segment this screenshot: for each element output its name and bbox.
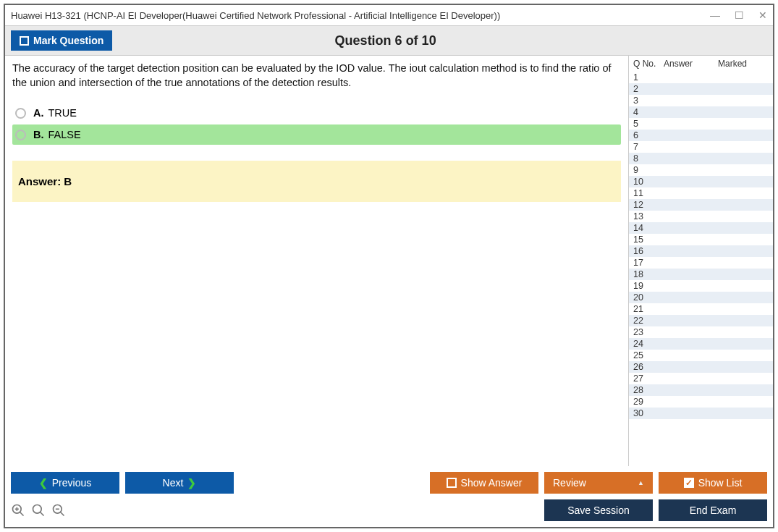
question-list-row[interactable]: 19: [629, 280, 773, 292]
question-list-row[interactable]: 13: [629, 211, 773, 222]
question-list-row[interactable]: 7: [629, 141, 773, 153]
row-answer: [664, 200, 718, 210]
question-list-row[interactable]: 14: [629, 222, 773, 234]
col-qno: Q No.: [633, 59, 664, 69]
option-letter: A.: [33, 107, 44, 119]
row-answer: [664, 385, 718, 395]
row-answer: [664, 246, 718, 256]
row-marked: [718, 165, 769, 175]
option-row[interactable]: B.FALSE: [12, 124, 621, 145]
review-button[interactable]: Review ▲: [544, 472, 653, 494]
question-list-row[interactable]: 17: [629, 257, 773, 269]
row-qno: 13: [633, 211, 664, 221]
question-list-row[interactable]: 11: [629, 187, 773, 199]
question-list-row[interactable]: 20: [629, 292, 773, 303]
row-qno: 14: [633, 223, 664, 233]
sidebar-list[interactable]: 1234567891011121314151617181920212223242…: [629, 72, 773, 466]
question-list-row[interactable]: 27: [629, 373, 773, 384]
row-answer: [664, 223, 718, 233]
row-marked: [718, 96, 769, 106]
row-answer: [664, 408, 718, 418]
question-list-row[interactable]: 8: [629, 153, 773, 164]
chevron-left-icon: ❮: [39, 477, 48, 489]
close-icon[interactable]: ✕: [758, 9, 767, 21]
question-list-row[interactable]: 22: [629, 315, 773, 326]
question-list-row[interactable]: 29: [629, 396, 773, 408]
question-list-row[interactable]: 10: [629, 176, 773, 187]
row-qno: 4: [633, 107, 664, 117]
zoom-out-icon[interactable]: [51, 503, 66, 518]
row-marked: [718, 281, 769, 291]
zoom-reset-icon[interactable]: [31, 503, 46, 518]
checkbox-icon: [447, 478, 457, 488]
row-qno: 22: [633, 316, 664, 326]
row-qno: 25: [633, 350, 664, 360]
mark-question-button[interactable]: Mark Question: [11, 30, 112, 51]
radio-icon: [15, 130, 26, 140]
row-answer: [664, 84, 718, 94]
row-marked: [718, 269, 769, 279]
row-qno: 3: [633, 96, 664, 106]
show-list-label: Show List: [698, 477, 743, 489]
row-marked: [718, 142, 769, 152]
row-marked: [718, 292, 769, 303]
question-list-row[interactable]: 18: [629, 269, 773, 280]
question-list-row[interactable]: 30: [629, 408, 773, 419]
question-list-row[interactable]: 9: [629, 164, 773, 176]
answer-box: Answer: B: [12, 161, 621, 202]
question-list-row[interactable]: 23: [629, 326, 773, 338]
option-row[interactable]: A.TRUE: [12, 103, 621, 123]
minimize-icon[interactable]: —: [710, 9, 720, 21]
option-letter: B.: [33, 129, 44, 140]
row-marked: [718, 339, 769, 349]
question-list-row[interactable]: 21: [629, 303, 773, 315]
question-list-row[interactable]: 2: [629, 83, 773, 95]
row-answer: [664, 281, 718, 291]
zoom-in-icon[interactable]: [11, 503, 25, 518]
row-marked: [718, 362, 769, 372]
question-list-row[interactable]: 6: [629, 130, 773, 141]
question-list-row[interactable]: 12: [629, 199, 773, 211]
question-list-row[interactable]: 26: [629, 361, 773, 373]
question-list-row[interactable]: 15: [629, 234, 773, 245]
row-marked: [718, 130, 769, 140]
question-list-row[interactable]: 5: [629, 118, 773, 130]
row-marked: [718, 72, 769, 83]
next-button[interactable]: Next ❯: [125, 472, 234, 494]
row-answer: [664, 258, 718, 268]
end-exam-button[interactable]: End Exam: [659, 499, 767, 521]
question-list-row[interactable]: 4: [629, 106, 773, 118]
options-container: A.TRUEB.FALSE: [12, 103, 621, 146]
row-qno: 17: [633, 258, 664, 268]
window-controls: — ☐ ✕: [710, 9, 767, 21]
show-answer-button[interactable]: Show Answer: [430, 472, 538, 494]
row-marked: [718, 385, 769, 395]
show-list-button[interactable]: ✓ Show List: [659, 472, 767, 494]
previous-button[interactable]: ❮ Previous: [11, 472, 119, 494]
window-title: Huawei H13-321 (HCNP-AI EI Developer(Hua…: [11, 10, 710, 21]
row-marked: [718, 153, 769, 164]
row-answer: [664, 350, 718, 360]
row-answer: [664, 142, 718, 152]
question-list-row[interactable]: 16: [629, 245, 773, 257]
row-marked: [718, 246, 769, 256]
previous-label: Previous: [52, 477, 91, 489]
row-marked: [718, 258, 769, 268]
row-marked: [718, 84, 769, 94]
question-list-row[interactable]: 25: [629, 350, 773, 361]
row-marked: [718, 188, 769, 198]
row-answer: [664, 327, 718, 337]
question-text: The accuracy of the target detection pos…: [12, 62, 621, 90]
end-exam-label: End Exam: [690, 504, 737, 516]
question-list-row[interactable]: 1: [629, 72, 773, 83]
row-qno: 30: [633, 408, 664, 418]
caret-up-icon: ▲: [638, 479, 644, 486]
question-list-row[interactable]: 24: [629, 338, 773, 350]
maximize-icon[interactable]: ☐: [735, 9, 744, 21]
question-list-row[interactable]: 3: [629, 95, 773, 106]
question-pane: The accuracy of the target detection pos…: [5, 56, 628, 466]
save-session-button[interactable]: Save Session: [544, 499, 653, 521]
question-list-row[interactable]: 28: [629, 384, 773, 396]
row-qno: 16: [633, 246, 664, 256]
mark-question-label: Mark Question: [33, 35, 103, 46]
